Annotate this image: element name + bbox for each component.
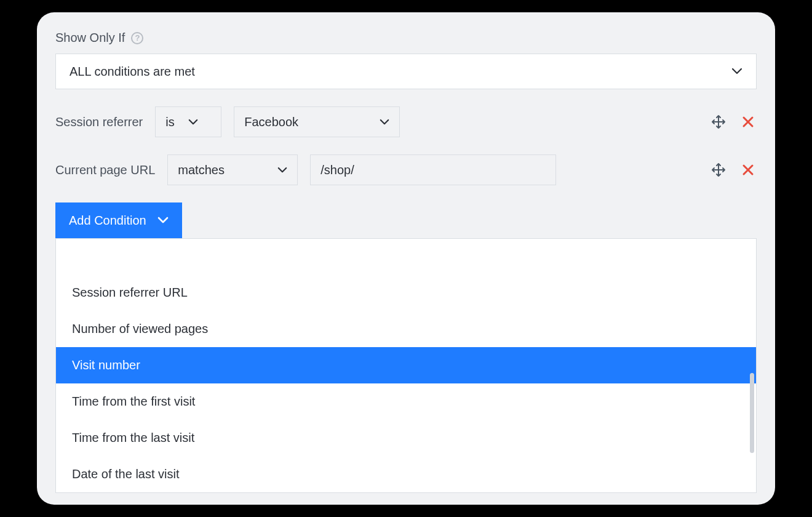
value-text: /shop/ (320, 163, 354, 177)
dropdown-option[interactable]: Time from the last visit (56, 420, 756, 456)
value-select[interactable]: Facebook (234, 106, 400, 137)
add-condition-label: Add Condition (69, 214, 146, 228)
move-handle[interactable] (710, 113, 727, 130)
dropdown-option[interactable]: Visit number (56, 347, 756, 383)
help-icon[interactable]: ? (131, 32, 143, 44)
dropdown-scrollbar[interactable] (750, 373, 754, 453)
condition-row: Session referrer is Facebook (55, 106, 757, 137)
chevron-down-icon (380, 119, 389, 126)
move-handle[interactable] (710, 161, 727, 178)
operator-select[interactable]: matches (167, 154, 298, 185)
value-input[interactable]: /shop/ (310, 154, 556, 185)
combinator-value: ALL conditions are met (70, 65, 195, 79)
value-text: Facebook (244, 115, 298, 129)
chevron-down-icon (188, 119, 198, 126)
dropdown-option[interactable]: Session referrer URL (56, 275, 756, 311)
add-condition-dropdown: Session referrer URL Number of viewed pa… (55, 238, 757, 493)
add-condition-button[interactable]: Add Condition (55, 202, 182, 238)
dropdown-option[interactable]: Number of viewed pages (56, 311, 756, 347)
remove-button[interactable] (739, 161, 757, 178)
combinator-select[interactable]: ALL conditions are met (55, 54, 757, 89)
chevron-down-icon (157, 217, 169, 224)
condition-field-label: Session referrer (55, 115, 143, 129)
chevron-down-icon (277, 167, 287, 174)
conditions-panel: Show Only If ? ALL conditions are met Se… (37, 12, 775, 505)
dropdown-search-row[interactable] (56, 239, 756, 275)
operator-value: is (165, 115, 174, 129)
remove-button[interactable] (739, 113, 757, 130)
condition-row: Current page URL matches /shop/ (55, 154, 757, 185)
section-label: Show Only If (55, 31, 125, 45)
chevron-down-icon (731, 68, 742, 75)
operator-select[interactable]: is (155, 106, 221, 137)
section-label-row: Show Only If ? (55, 31, 757, 45)
condition-field-label: Current page URL (55, 163, 155, 177)
dropdown-option[interactable]: Time from the first visit (56, 383, 756, 420)
operator-value: matches (178, 163, 225, 177)
dropdown-option[interactable]: Date of the last visit (56, 456, 756, 492)
